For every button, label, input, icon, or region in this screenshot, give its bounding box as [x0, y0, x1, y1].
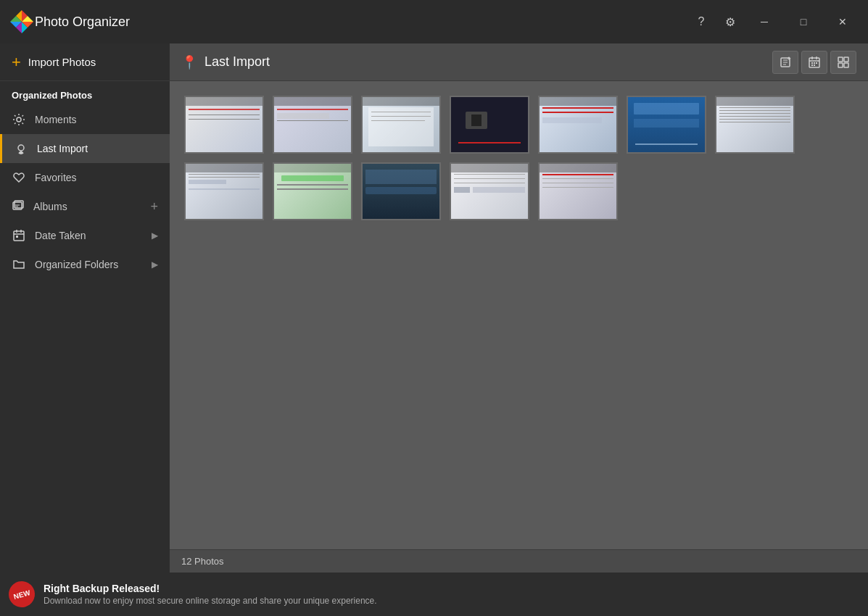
photo-grid-area[interactable] [170, 81, 868, 549]
right-panel: 📍 Last Import [170, 43, 868, 573]
sidebar-item-albums[interactable]: Albums + [0, 192, 170, 221]
grid-view-button[interactable] [830, 51, 856, 74]
photo-count: 12 Photos [181, 556, 224, 567]
svg-point-8 [17, 117, 21, 122]
photo-thumb[interactable] [184, 162, 264, 220]
photo-thumb[interactable] [450, 162, 529, 220]
svg-rect-37 [838, 57, 843, 62]
svg-line-13 [15, 115, 16, 117]
help-button[interactable]: ? [690, 10, 713, 33]
moments-icon [12, 113, 26, 126]
settings-button[interactable]: ⚙ [719, 10, 742, 33]
add-album-icon[interactable]: + [150, 199, 158, 215]
svg-rect-36 [814, 64, 815, 66]
calendar-view-button[interactable] [801, 51, 827, 74]
date-taken-label: Date Taken [35, 230, 86, 241]
plus-icon: + [12, 54, 21, 70]
photo-thumb[interactable] [450, 96, 529, 154]
svg-rect-33 [814, 62, 815, 64]
last-import-icon [14, 142, 28, 155]
organized-photos-label: Organized Photos [0, 81, 170, 105]
main-content: + Import Photos Organized Photos Mom [0, 43, 868, 573]
minimize-button[interactable]: ─ [748, 10, 781, 33]
date-taken-icon [12, 229, 26, 242]
notification-banner[interactable]: NEW Right Backup Released! Download now … [0, 573, 868, 616]
svg-rect-32 [811, 62, 813, 64]
favorites-label: Favorites [35, 172, 77, 183]
title-bar-controls: ? ⚙ ─ □ ✕ [690, 10, 859, 33]
sidebar-item-last-import[interactable]: Last Import [0, 134, 170, 163]
organized-folders-chevron: ▶ [152, 259, 158, 270]
albums-icon [12, 199, 25, 215]
status-bar: 12 Photos [170, 549, 868, 573]
panel-header-icon: 📍 [181, 54, 197, 70]
photo-thumb[interactable] [361, 162, 441, 220]
favorites-icon [12, 171, 26, 184]
notification-text: Right Backup Released! Download now to e… [44, 583, 377, 606]
svg-rect-26 [16, 236, 18, 238]
title-bar: Photo Organizer ? ⚙ ─ □ ✕ [0, 0, 868, 43]
sidebar-item-favorites[interactable]: Favorites [0, 163, 170, 192]
svg-rect-34 [816, 62, 817, 64]
photo-thumb[interactable] [361, 96, 441, 154]
maximize-button[interactable]: □ [787, 10, 820, 33]
moments-label: Moments [35, 114, 77, 125]
app-title: Photo Organizer [35, 14, 690, 30]
sidebar-item-organized-folders[interactable]: Organized Folders ▶ [0, 250, 170, 279]
photo-thumb[interactable] [538, 162, 618, 220]
notification-title: Right Backup Released! [44, 583, 377, 594]
albums-label: Albums [33, 201, 67, 212]
svg-rect-39 [838, 63, 843, 67]
photo-thumb[interactable] [538, 96, 618, 154]
organized-folders-icon [12, 258, 26, 271]
last-import-label: Last Import [37, 143, 88, 154]
photo-thumb[interactable] [184, 96, 264, 154]
close-button[interactable]: ✕ [826, 10, 859, 33]
panel-title: Last Import [204, 54, 772, 70]
svg-line-14 [22, 123, 24, 125]
view-controls [772, 51, 856, 74]
svg-rect-38 [844, 57, 848, 62]
sidebar: + Import Photos Organized Photos Mom [0, 43, 170, 573]
new-badge: NEW [6, 578, 38, 610]
svg-rect-40 [844, 63, 848, 67]
sidebar-item-moments[interactable]: Moments [0, 105, 170, 134]
organized-folders-label: Organized Folders [35, 259, 118, 270]
import-photos-button[interactable]: + Import Photos [0, 43, 170, 81]
svg-rect-35 [811, 64, 813, 66]
photo-thumb[interactable] [715, 96, 795, 154]
svg-line-16 [15, 123, 16, 125]
svg-line-15 [22, 115, 24, 117]
panel-header: 📍 Last Import [170, 43, 868, 81]
photo-thumb[interactable] [627, 96, 706, 154]
svg-point-17 [18, 145, 24, 151]
photo-grid [184, 96, 853, 220]
import-photos-label: Import Photos [28, 56, 96, 68]
notification-description: Download now to enjoy most secure online… [44, 596, 377, 606]
export-button[interactable] [772, 51, 798, 74]
photo-thumb[interactable] [273, 96, 352, 154]
svg-rect-22 [14, 231, 24, 241]
date-taken-chevron: ▶ [152, 230, 158, 241]
sidebar-item-date-taken[interactable]: Date Taken ▶ [0, 221, 170, 250]
photo-thumb[interactable] [273, 162, 352, 220]
app-logo [9, 9, 35, 35]
